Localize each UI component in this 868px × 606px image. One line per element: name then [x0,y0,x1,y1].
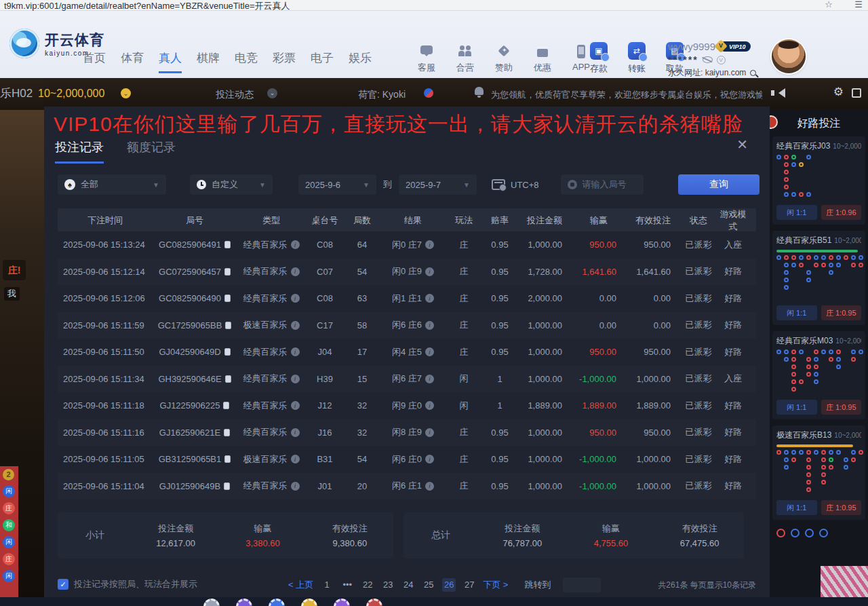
road-card-极速百家乐B13[interactable]: 极速百家乐B1310~2,000,闲 1:1庄 1:0.95 [772,425,865,520]
volume-icon[interactable] [774,88,785,98]
betting-chip[interactable] [236,599,252,606]
page-24[interactable]: 24 [401,578,415,592]
road-card-经典百家乐B51[interactable]: 经典百家乐B5110~2,000,闲 1:1庄 1:0.95 [772,231,865,325]
action-partner[interactable]: 合营 [454,45,477,74]
action-sponsor[interactable]: 赞助 [492,45,515,74]
info-icon[interactable]: i [291,347,300,356]
settings-gear-icon[interactable]: ⚙ [833,85,844,99]
close-icon[interactable]: ✕ [736,136,748,153]
info-icon[interactable]: i [291,294,300,303]
copy-icon[interactable] [225,322,231,329]
copy-icon[interactable] [225,375,231,383]
wallet-transfer[interactable]: ⇄转账 [625,42,649,75]
betting-chip[interactable] [203,599,220,606]
tab-投注记录[interactable]: 投注记录 [55,139,104,164]
date-from-dropdown[interactable]: 2025-9-6 ▼ [298,174,376,195]
info-icon[interactable]: i [425,455,434,463]
nav-item-娱乐[interactable]: 娱乐 [349,50,372,73]
game-type-dropdown[interactable]: ♠ 全部 ▼ [58,174,166,195]
table-row[interactable]: 2025-09-06 15:13:24GC0825906491经典百家乐iC08… [58,231,756,259]
nav-item-首页[interactable]: 首页 [83,50,106,73]
eye-toggle-icon[interactable] [703,56,713,63]
info-icon[interactable]: i [425,321,434,330]
jump-input[interactable] [563,577,601,592]
copy-icon[interactable] [223,402,229,409]
info-icon[interactable]: i [425,401,434,410]
banker-bet-button[interactable]: 庄 1:0.96 [821,205,862,220]
table-row[interactable]: 2025-09-06 15:12:06GC0825906490经典百家乐iC08… [58,285,756,312]
info-icon[interactable]: i [425,347,434,356]
search-button[interactable]: 查询 [678,174,760,195]
bookmark-star-icon[interactable]: ☆ [825,0,833,10]
table-row[interactable]: 2025-09-06 15:11:59GC17259065BB极速百家乐iC17… [58,312,756,339]
banker-bet-button[interactable]: 庄 1:0.95 [821,400,862,415]
page-1[interactable]: 1 [320,578,334,592]
magnifier-icon[interactable] [750,70,756,76]
page-•••[interactable]: ••• [340,578,354,592]
info-icon[interactable]: i [425,375,434,383]
betting-chip[interactable] [366,599,382,606]
round-number-input[interactable]: 请输入局号 [561,174,644,195]
info-icon[interactable]: i [291,240,300,249]
copy-icon[interactable] [224,455,231,463]
page-26[interactable]: 26 [442,578,456,592]
table-row[interactable]: 2025-09-06 15:11:05GB31259065B1极速百家乐iB31… [58,446,756,473]
copy-icon[interactable] [224,429,230,436]
action-support[interactable]: 客服 [415,45,438,74]
info-icon[interactable]: i [291,401,300,410]
table-row[interactable]: 2025-09-06 15:11:34GH392590646E经典百家乐iH39… [58,366,756,393]
feed-chevron-icon[interactable]: ⌄ [267,88,277,98]
address-bar[interactable]: t9km.vip:6001/game/detail/realbet?enName… [4,0,290,12]
nav-item-电子[interactable]: 电子 [311,50,334,73]
info-icon[interactable]: i [291,428,300,437]
player-bet-button[interactable]: 闲 1:1 [776,400,817,415]
nav-item-电竞[interactable]: 电竞 [235,50,258,73]
table-row[interactable]: 2025-09-06 15:11:16GJ162590621E经典百家乐iJ16… [58,419,756,447]
browser-menu-icon[interactable]: ☰ [854,0,863,10]
nav-item-棋牌[interactable]: 棋牌 [197,50,220,73]
info-icon[interactable]: i [425,294,434,303]
prev-page-button[interactable]: < 上页 [288,579,313,591]
info-icon[interactable]: i [291,482,300,491]
copy-icon[interactable] [224,241,231,248]
info-icon[interactable]: i [291,321,300,330]
page-27[interactable]: 27 [462,578,476,592]
fullscreen-icon[interactable] [852,88,861,98]
copy-icon[interactable] [224,295,231,302]
betting-chip[interactable] [269,599,285,606]
nav-item-体育[interactable]: 体育 [121,50,144,73]
banker-bet-button[interactable]: 庄 1:0.95 [821,500,862,515]
next-page-button[interactable]: 下页 > [483,579,508,591]
copy-icon[interactable] [224,482,230,490]
info-icon[interactable]: i [425,267,434,276]
betting-chip[interactable] [334,599,350,606]
player-bet-button[interactable]: 闲 1:1 [776,205,817,220]
username[interactable]: wywy9999 [668,41,715,52]
info-icon[interactable]: i [291,375,300,383]
page-22[interactable]: 22 [361,578,374,592]
merge-checkbox[interactable]: ✓ [58,579,68,590]
copy-icon[interactable] [224,348,231,356]
wallet-deposit[interactable]: ▣存款 [587,42,611,75]
player-bet-button[interactable]: 闲 1:1 [776,500,817,515]
info-icon[interactable]: i [425,240,434,249]
action-promo[interactable]: 优惠 [531,45,554,74]
time-range-dropdown[interactable]: 自定义 ▼ [190,174,273,195]
player-bet-button[interactable]: 闲 1:1 [776,305,817,320]
table-row[interactable]: 2025-09-06 15:11:50GJ042590649D经典百家乐iJ04… [58,339,756,366]
limit-chevron-icon[interactable]: ⌄ [121,88,131,98]
road-card-经典百家乐M03[interactable]: 经典百家乐M0310~2,000,闲 1:1庄 1:0.95 [772,331,865,419]
nav-item-真人[interactable]: 真人 [159,50,182,73]
copy-icon[interactable] [224,268,231,276]
table-row[interactable]: 2025-09-06 15:11:04GJ012590649B经典百家乐iJ01… [58,473,756,500]
table-row[interactable]: 2025-09-06 15:12:14GC0725906457经典百家乐iC07… [58,259,756,286]
info-icon[interactable]: i [291,455,300,463]
info-icon[interactable]: i [425,482,434,491]
table-row[interactable]: 2025-09-06 15:11:18GJ1225906225经典百家乐iJ12… [58,392,756,419]
nav-item-彩票[interactable]: 彩票 [273,50,296,73]
date-to-dropdown[interactable]: 2025-9-7 ▼ [399,174,477,195]
info-icon[interactable]: i [291,267,300,276]
banker-bet-button[interactable]: 庄 1:0.95 [821,305,862,320]
betting-chip[interactable] [301,599,317,606]
tab-额度记录[interactable]: 额度记录 [127,139,176,164]
